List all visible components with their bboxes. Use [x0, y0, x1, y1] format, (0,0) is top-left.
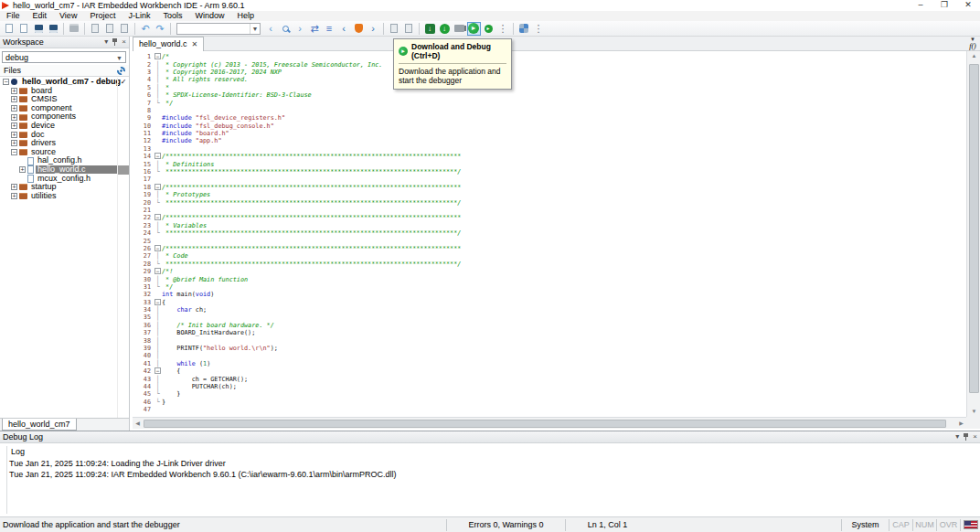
fold-collapse-icon[interactable]: −	[154, 299, 161, 305]
save-button[interactable]	[32, 22, 46, 36]
menu-help[interactable]: Help	[230, 11, 261, 21]
code-line[interactable]: 46└}	[133, 399, 461, 406]
code-line[interactable]: 15│ * Definitions	[133, 160, 461, 167]
code-line[interactable]: 36│ /* Init board hardware. */	[133, 322, 461, 329]
tree-item-utilities[interactable]: +utilities	[0, 192, 129, 201]
code-line[interactable]: 37│ BOARD_InitHardware();	[133, 329, 461, 336]
debug-without-downloading-button[interactable]: ▸	[482, 22, 495, 36]
code-line[interactable]: 22−/************************************…	[133, 214, 461, 221]
code-line[interactable]: 21	[133, 207, 461, 214]
minimize-button[interactable]: –	[909, 0, 932, 11]
menu-edit[interactable]: Edit	[27, 11, 54, 21]
code-line[interactable]: 12#include "app.h"	[133, 137, 461, 144]
close-icon[interactable]: ×	[973, 432, 977, 442]
fold-marker[interactable]: −	[154, 299, 162, 306]
code-line[interactable]: 29−/*!	[133, 268, 461, 275]
scroll-down-icon[interactable]: ▼	[967, 407, 980, 417]
save-all-button[interactable]	[47, 22, 60, 36]
fold-marker[interactable]: −	[154, 214, 162, 221]
editor-tab-hello-world[interactable]: hello_world.c ✕	[133, 37, 204, 51]
code-line[interactable]: 39│ PRINTF("hello world.\r\n");	[133, 345, 461, 352]
menu-file[interactable]: File	[0, 11, 27, 21]
fold-marker[interactable]: −	[154, 245, 162, 252]
vertical-scrollbar[interactable]: ▲ ▼	[966, 51, 980, 417]
debug-log-body[interactable]: Log Tue Jan 21, 2025 11:09:24: Loading t…	[0, 444, 980, 517]
find-button[interactable]	[279, 22, 293, 36]
code-viewport[interactable]: 1−/*2│ * Copyright (c) 2013 - 2015, Free…	[133, 51, 966, 417]
code-line[interactable]: 41│ while (1)	[133, 360, 461, 367]
expand-icon[interactable]: +	[11, 193, 17, 199]
code-line[interactable]: 11#include "board.h"	[133, 130, 461, 137]
collapse-icon[interactable]: −	[11, 149, 17, 155]
close-button[interactable]: ✕	[956, 0, 980, 11]
vertical-scroll-thumb[interactable]	[969, 64, 979, 393]
code-line[interactable]: 16└ ************************************…	[133, 168, 461, 176]
fold-marker[interactable]: −	[154, 268, 162, 275]
panel-menu-icon[interactable]: ▾	[955, 432, 959, 442]
files-column-header[interactable]: Files	[0, 65, 129, 77]
code-line[interactable]: 40│	[133, 352, 461, 359]
code-line[interactable]: 19│ * Prototypes	[133, 191, 461, 198]
code-line[interactable]: 25	[133, 237, 461, 244]
code-line[interactable]: 31└ */	[133, 283, 461, 291]
menu-window[interactable]: Window	[188, 11, 230, 21]
fold-collapse-icon[interactable]: −	[154, 367, 161, 374]
code-line[interactable]: 44│ PUTCHAR(ch);	[133, 383, 461, 390]
tree-item-device[interactable]: +device	[0, 122, 129, 131]
find-previous-button[interactable]: ‹	[264, 22, 278, 36]
code-line[interactable]: 8	[133, 107, 461, 114]
scroll-up-icon[interactable]: ▲	[967, 51, 980, 61]
menu-jlink[interactable]: J-Link	[122, 11, 156, 21]
download-and-debug-button[interactable]: ▸	[467, 22, 481, 36]
code-line[interactable]: 9#include "fsl_device_registers.h"	[133, 114, 461, 122]
menu-view[interactable]: View	[53, 11, 83, 21]
copy-button[interactable]	[103, 22, 117, 36]
pin-icon[interactable]	[963, 432, 969, 441]
fold-collapse-icon[interactable]: −	[154, 153, 161, 159]
toolbar-overflow-button[interactable]: ⋮	[496, 22, 510, 36]
fold-collapse-icon[interactable]: −	[154, 184, 161, 190]
code-line[interactable]: 42− {	[133, 367, 461, 375]
fold-marker[interactable]: −	[154, 153, 162, 160]
fold-collapse-icon[interactable]: −	[154, 53, 161, 59]
tree-item-startup[interactable]: +startup	[0, 183, 129, 192]
maximize-button[interactable]: ❐	[932, 0, 956, 11]
make-button[interactable]: ↓	[423, 22, 437, 36]
code-line[interactable]: 28└ ************************************…	[133, 261, 461, 268]
expand-icon[interactable]: +	[11, 88, 17, 94]
quick-search-combo[interactable]: ▼	[176, 23, 261, 35]
redo-button[interactable]: ↷	[154, 22, 167, 36]
scroll-left-icon[interactable]: ◀	[133, 418, 143, 430]
fold-collapse-icon[interactable]: −	[154, 268, 161, 274]
code-line[interactable]: 30│ * @brief Main function	[133, 275, 461, 282]
tree-item-mcux-config-h[interactable]: mcux_config.h	[0, 175, 129, 184]
tab-close-icon[interactable]: ✕	[192, 37, 198, 51]
code-line[interactable]: 47	[133, 406, 461, 413]
code-line[interactable]: 34│ char ch;	[133, 306, 461, 314]
code-line[interactable]: 33−{	[133, 299, 461, 306]
fold-marker[interactable]: −	[154, 53, 162, 60]
toggle-bookmark-button[interactable]: ≡	[323, 22, 336, 36]
code-line[interactable]: 45└ }	[133, 390, 461, 398]
function-list-button[interactable]: f()	[966, 43, 979, 50]
expand-icon[interactable]: +	[11, 140, 17, 146]
navigate-forward-button[interactable]: ›	[367, 22, 380, 36]
code-line[interactable]: 18−/************************************…	[133, 184, 461, 191]
toggle-breakpoint-button[interactable]	[352, 22, 366, 36]
code-line[interactable]: 6│ * SPDX-License-Identifier: BSD-3-Clau…	[133, 91, 461, 99]
code-line[interactable]: 32int main(void)	[133, 291, 461, 298]
code-line[interactable]: 14−/************************************…	[133, 153, 461, 160]
tree-item-hello-world-cm7-debug[interactable]: −hello_world_cm7 - debug✓	[0, 78, 129, 87]
open-button[interactable]	[17, 22, 31, 36]
navigate-back-button[interactable]: ‹	[337, 22, 351, 36]
jlink-tools-button[interactable]	[517, 22, 531, 36]
expand-icon[interactable]: +	[19, 166, 26, 173]
previous-document-button[interactable]	[388, 22, 401, 36]
attach-to-running-target-button[interactable]	[453, 22, 466, 36]
fold-marker[interactable]: −	[154, 367, 162, 375]
toolbar-overflow-2-button[interactable]: ⋮	[532, 22, 546, 36]
menu-tools[interactable]: Tools	[156, 11, 188, 21]
configuration-dropdown[interactable]: debug ▼	[2, 51, 126, 63]
pin-icon[interactable]	[112, 37, 118, 46]
go-to-button[interactable]: ⇄	[308, 22, 322, 36]
